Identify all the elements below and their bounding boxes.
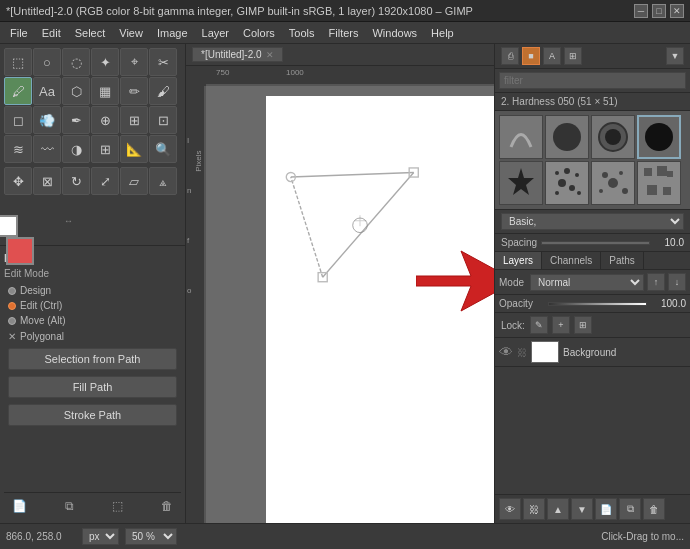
mode-move[interactable]: Move (Alt) (4, 313, 181, 328)
fill-path-button[interactable]: Fill Path (8, 376, 177, 398)
canvas-tab-close[interactable]: ✕ (266, 50, 274, 60)
layer-new-icon[interactable]: 📄 (595, 498, 617, 520)
preset-dropdown[interactable]: Basic, (501, 213, 684, 230)
tab-channels[interactable]: Channels (542, 252, 601, 269)
tool-fuzzy-select[interactable]: ✦ (91, 48, 119, 76)
tool-ellipse-select[interactable]: ○ (33, 48, 61, 76)
lock-pixels-btn[interactable]: ✎ (530, 316, 548, 334)
foreground-color[interactable] (6, 237, 34, 265)
mode-select[interactable]: Normal (530, 274, 644, 291)
radio-move (8, 317, 16, 325)
tool-perspective-clone[interactable]: ⊡ (149, 106, 177, 134)
layer-down-icon[interactable]: ▼ (571, 498, 593, 520)
tool-move[interactable]: ✥ (4, 167, 32, 195)
text-icon[interactable]: A (543, 47, 561, 65)
paths-to-selection-icon[interactable]: ⬚ (108, 497, 127, 515)
selection-from-path-button[interactable]: Selection from Path (8, 348, 177, 370)
tool-gradient[interactable]: ▦ (91, 77, 119, 105)
brush-item[interactable] (545, 161, 589, 205)
canvas-tab[interactable]: *[Untitled]-2.0 ✕ (192, 47, 283, 62)
menu-image[interactable]: Image (151, 25, 194, 41)
paths-duplicate-icon[interactable]: ⧉ (61, 497, 78, 515)
tool-align[interactable]: ⊞ (91, 135, 119, 163)
brush-item[interactable] (637, 161, 681, 205)
menu-windows[interactable]: Windows (366, 25, 423, 41)
tool-heal[interactable]: ⊞ (120, 106, 148, 134)
paths-new-icon[interactable]: 📄 (8, 497, 31, 515)
layer-copy-icon[interactable]: ⧉ (619, 498, 641, 520)
tool-paintbrush[interactable]: 🖌 (149, 77, 177, 105)
tool-scale[interactable]: ⤢ (91, 167, 119, 195)
tool-paths[interactable]: 🖊 (4, 77, 32, 105)
tool-bucket-fill[interactable]: ⬡ (62, 77, 90, 105)
tool-dodge[interactable]: ◑ (62, 135, 90, 163)
tab-paths[interactable]: Paths (601, 252, 644, 269)
mode-design[interactable]: Design (4, 283, 181, 298)
layer-mode-btn1[interactable]: ↑ (647, 273, 665, 291)
menu-layer[interactable]: Layer (196, 25, 236, 41)
tool-select-by-color[interactable]: ⌖ (120, 48, 148, 76)
tool-eraser[interactable]: ◻ (4, 106, 32, 134)
tool-smudge[interactable]: 〰 (33, 135, 61, 163)
paths-delete-icon[interactable]: 🗑 (157, 497, 177, 515)
tool-ink[interactable]: ✒ (62, 106, 90, 134)
tool-airbrush[interactable]: 💨 (33, 106, 61, 134)
tool-rotate[interactable]: ↻ (62, 167, 90, 195)
brush-item[interactable] (591, 115, 635, 159)
layer-visibility-icon[interactable]: 👁 (499, 344, 513, 360)
spacing-slider[interactable] (541, 241, 650, 245)
mode-edit[interactable]: Edit (Ctrl) (4, 298, 181, 313)
polygonal-option[interactable]: ✕ Polygonal (4, 328, 181, 345)
menu-filters[interactable]: Filters (323, 25, 365, 41)
zoom-select[interactable]: 50 % (125, 528, 177, 545)
brush-item[interactable] (591, 161, 635, 205)
layer-up-icon[interactable]: ▲ (547, 498, 569, 520)
lock-all-btn[interactable]: ⊞ (574, 316, 592, 334)
menu-select[interactable]: Select (69, 25, 112, 41)
panel-menu-icon[interactable]: ▼ (666, 47, 684, 65)
menu-edit[interactable]: Edit (36, 25, 67, 41)
tool-free-select[interactable]: ◌ (62, 48, 90, 76)
tool-crop[interactable]: ⊠ (33, 167, 61, 195)
grid-icon[interactable]: ⊞ (564, 47, 582, 65)
menu-tools[interactable]: Tools (283, 25, 321, 41)
tool-scissors[interactable]: ✂ (149, 48, 177, 76)
tab-layers[interactable]: Layers (495, 252, 542, 269)
close-button[interactable]: ✕ (670, 4, 684, 18)
unit-select[interactable]: px (82, 528, 119, 545)
background-color[interactable] (0, 215, 18, 237)
brush-item[interactable] (499, 115, 543, 159)
brush-filter-input[interactable] (499, 72, 686, 89)
minimize-button[interactable]: ─ (634, 4, 648, 18)
tool-shear[interactable]: ▱ (120, 167, 148, 195)
tool-rect-select[interactable]: ⬚ (4, 48, 32, 76)
tool-measure[interactable]: 📐 (120, 135, 148, 163)
lock-position-btn[interactable]: + (552, 316, 570, 334)
brush-item-selected[interactable] (637, 115, 681, 159)
tool-blur[interactable]: ≋ (4, 135, 32, 163)
menu-help[interactable]: Help (425, 25, 460, 41)
menu-view[interactable]: View (113, 25, 149, 41)
layer-eye-bottom-icon[interactable]: 👁 (499, 498, 521, 520)
device-icon[interactable]: ⎙ (501, 47, 519, 65)
menu-file[interactable]: File (4, 25, 34, 41)
layer-chain-bottom-icon[interactable]: ⛓ (523, 498, 545, 520)
tool-perspective[interactable]: ⟁ (149, 167, 177, 195)
tool-zoom[interactable]: 🔍 (149, 135, 177, 163)
swap-colors-icon[interactable]: ↔ (64, 216, 73, 226)
maximize-button[interactable]: □ (652, 4, 666, 18)
drawing-canvas[interactable] (206, 86, 494, 523)
layer-delete-icon[interactable]: 🗑 (643, 498, 665, 520)
menu-colors[interactable]: Colors (237, 25, 281, 41)
orange-icon[interactable]: ■ (522, 47, 540, 65)
stroke-path-button[interactable]: Stroke Path (8, 404, 177, 426)
layer-item[interactable]: 👁 ⛓ Background (495, 338, 690, 367)
opacity-slider[interactable] (548, 302, 647, 306)
tool-pencil[interactable]: ✏ (120, 77, 148, 105)
svg-point-15 (555, 171, 559, 175)
layer-mode-btn2[interactable]: ↓ (668, 273, 686, 291)
brush-item[interactable] (499, 161, 543, 205)
tool-clone[interactable]: ⊕ (91, 106, 119, 134)
brush-item[interactable] (545, 115, 589, 159)
tool-text[interactable]: Aa (33, 77, 61, 105)
